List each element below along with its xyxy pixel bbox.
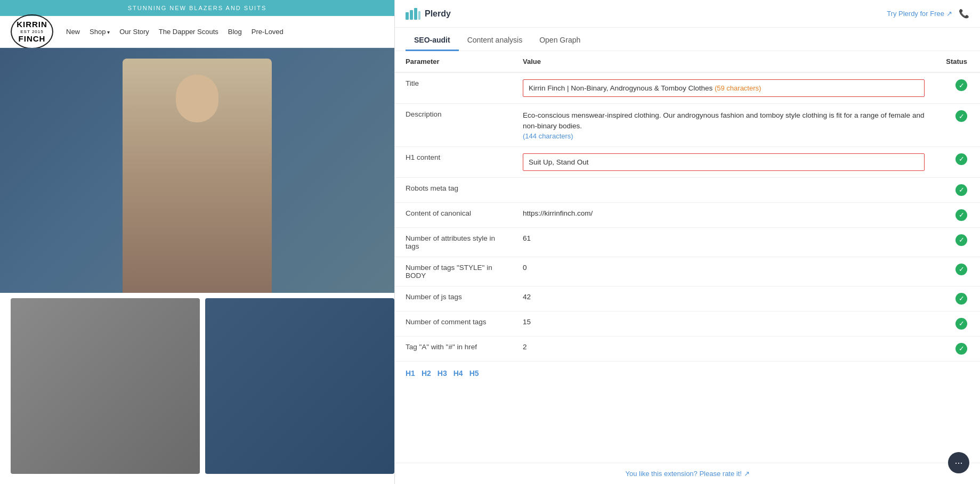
value-canonical: https://kirrinfinch.com/	[512, 202, 935, 227]
hero-figure	[123, 59, 272, 293]
table-row: Number of attributes style in tags 61 ✓	[395, 227, 980, 257]
svg-rect-2	[414, 8, 417, 20]
seo-audit-table: Parameter Value Status Title Kirrin Finc…	[395, 51, 980, 362]
status-h1: ✓	[935, 146, 980, 177]
chat-bubble-button[interactable]: ···	[948, 452, 969, 473]
check-icon: ✓	[955, 79, 967, 91]
param-canonical: Content of canonical	[395, 202, 512, 227]
check-icon: ✓	[955, 153, 967, 165]
tab-content-analysis-label: Content analysis	[467, 36, 523, 44]
h5-tag-link[interactable]: H5	[469, 369, 479, 378]
plerdy-tabs: SEO-audit Content analysis Open Graph	[395, 28, 980, 51]
h4-tag-link[interactable]: H4	[453, 369, 463, 378]
value-description: Eco-conscious menswear-inspired clothing…	[512, 104, 935, 147]
table-row: Number of tags "STYLE" in BODY 0 ✓	[395, 257, 980, 286]
site-bottom-images	[0, 298, 394, 474]
phone-icon[interactable]: 📞	[959, 9, 969, 19]
tab-content-analysis[interactable]: Content analysis	[459, 30, 531, 51]
description-char-count: (144 characters)	[523, 132, 573, 140]
svg-rect-1	[410, 10, 413, 20]
status-tag-a-hash: ✓	[935, 336, 980, 361]
status-comment-tags: ✓	[935, 311, 980, 336]
param-comment-tags: Number of comment tags	[395, 311, 512, 336]
param-robots: Robots meta tag	[395, 177, 512, 202]
param-title: Title	[395, 72, 512, 104]
check-icon: ✓	[955, 264, 967, 275]
plerdy-logo-icon	[406, 8, 420, 20]
plerdy-logo: Plerdy	[406, 8, 451, 20]
logo-est: EST 2015	[15, 29, 49, 35]
external-link-icon: ↗	[946, 10, 952, 18]
site-topbar: STUNNING NEW BLAZERS AND SUITS	[0, 0, 394, 16]
check-icon: ✓	[955, 234, 967, 246]
rate-extension-link[interactable]: You like this extension? Please rate it!…	[625, 470, 749, 478]
param-style-body: Number of tags "STYLE" in BODY	[395, 257, 512, 286]
table-row: Content of canonical https://kirrinfinch…	[395, 202, 980, 227]
nav-pre-loved[interactable]: Pre-Loved	[252, 28, 284, 36]
status-robots: ✓	[935, 177, 980, 202]
status-title: ✓	[935, 72, 980, 104]
nav-new[interactable]: New	[66, 28, 80, 36]
value-h1: Suit Up, Stand Out	[512, 146, 935, 177]
footer-text: You like this extension? Please rate it!	[625, 470, 742, 478]
status-js-tags: ✓	[935, 286, 980, 311]
nav-dapper-scouts[interactable]: The Dapper Scouts	[159, 28, 218, 36]
table-row: Number of js tags 42 ✓	[395, 286, 980, 311]
check-icon: ✓	[955, 184, 967, 196]
svg-rect-3	[418, 11, 420, 20]
status-style-body: ✓	[935, 257, 980, 286]
check-icon: ✓	[955, 293, 967, 305]
h2-tag-link[interactable]: H2	[422, 369, 431, 378]
title-char-count: (59 characters)	[715, 84, 761, 92]
plerdy-content-area: Parameter Value Status Title Kirrin Finc…	[395, 51, 980, 463]
nav-our-story[interactable]: Our Story	[119, 28, 149, 36]
plerdy-header-right: Try Plerdy for Free ↗ 📞	[887, 9, 969, 19]
param-tag-a-hash: Tag "A" with "#" in href	[395, 336, 512, 361]
rate-external-icon: ↗	[744, 470, 750, 478]
chat-bubble-icon: ···	[954, 457, 962, 469]
value-attr-style: 61	[512, 227, 935, 257]
try-free-link[interactable]: Try Plerdy for Free ↗	[887, 10, 952, 18]
website-background: STUNNING NEW BLAZERS AND SUITS KIRRIN ES…	[0, 0, 394, 484]
table-row: Tag "A" with "#" in href 2 ✓	[395, 336, 980, 361]
tab-seo-audit-label: SEO-audit	[414, 36, 450, 44]
h1-tag-link[interactable]: H1	[406, 369, 415, 378]
value-comment-tags: 15	[512, 311, 935, 336]
check-icon: ✓	[955, 343, 967, 355]
logo-line1: KIRRIN	[17, 20, 47, 29]
plerdy-brand-name: Plerdy	[425, 9, 451, 19]
value-robots	[512, 177, 935, 202]
bottom-image-right	[205, 298, 394, 474]
param-description: Description	[395, 104, 512, 147]
param-attr-style: Number of attributes style in tags	[395, 227, 512, 257]
site-hero-image	[0, 48, 394, 293]
plerdy-panel: Plerdy Try Plerdy for Free ↗ 📞 SEO-audit…	[394, 0, 980, 484]
nav-blog[interactable]: Blog	[228, 28, 242, 36]
try-free-text: Try Plerdy for Free	[887, 10, 944, 18]
topbar-text: STUNNING NEW BLAZERS AND SUITS	[128, 5, 266, 11]
description-text: Eco-conscious menswear-inspired clothing…	[523, 111, 924, 130]
param-h1: H1 content	[395, 146, 512, 177]
col-header-parameter: Parameter	[395, 51, 512, 72]
tab-seo-audit[interactable]: SEO-audit	[406, 30, 459, 51]
table-row: Description Eco-conscious menswear-inspi…	[395, 104, 980, 147]
h-tags-row: H1 H2 H3 H4 H5	[395, 362, 980, 385]
site-logo: KIRRIN EST 2015 FINCH	[11, 14, 53, 50]
check-icon: ✓	[955, 318, 967, 330]
title-text: Kirrin Finch | Non-Binary, Androgynous &…	[529, 84, 712, 92]
status-attr-style: ✓	[935, 227, 980, 257]
nav-shop[interactable]: Shop	[90, 28, 110, 36]
check-icon: ✓	[955, 209, 967, 221]
tab-open-graph[interactable]: Open Graph	[531, 30, 589, 51]
h1-text: Suit Up, Stand Out	[529, 158, 589, 166]
col-header-status: Status	[935, 51, 980, 72]
value-title: Kirrin Finch | Non-Binary, Androgynous &…	[512, 72, 935, 104]
status-description: ✓	[935, 104, 980, 147]
table-row: Robots meta tag ✓	[395, 177, 980, 202]
h3-tag-link[interactable]: H3	[438, 369, 447, 378]
svg-rect-0	[406, 12, 409, 20]
logo-line2: FINCH	[19, 34, 46, 43]
value-tag-a-hash: 2	[512, 336, 935, 361]
plerdy-header: Plerdy Try Plerdy for Free ↗ 📞	[395, 0, 980, 28]
table-row: Number of comment tags 15 ✓	[395, 311, 980, 336]
